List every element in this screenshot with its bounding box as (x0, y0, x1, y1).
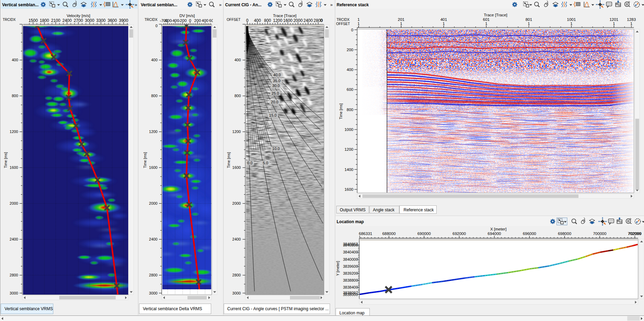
svg-text:Output VRMS: Output VRMS (340, 208, 366, 212)
svg-text:2800: 2800 (232, 273, 241, 277)
svg-text:1: 1 (485, 22, 487, 26)
svg-text:20.0: 20.0 (271, 100, 278, 104)
svg-text:2000: 2000 (149, 201, 158, 205)
svg-text:1200: 1200 (273, 18, 282, 23)
svg-text:2800: 2800 (10, 273, 18, 277)
svg-text:X [meter]: X [meter] (490, 227, 507, 231)
svg-text:1: 1 (570, 22, 572, 26)
svg-text:1200: 1200 (149, 130, 158, 134)
svg-text:2400: 2400 (304, 18, 313, 23)
svg-text:Time [ms]: Time [ms] (143, 152, 147, 168)
svg-text:690000: 690000 (417, 232, 431, 236)
svg-text:1200: 1200 (10, 130, 18, 134)
svg-text:1600: 1600 (344, 187, 353, 191)
svg-text:OFFSET: OFFSET (336, 22, 350, 26)
svg-text:3838800: 3838800 (343, 278, 358, 282)
svg-text:1: 1 (528, 22, 530, 26)
svg-text:TRCIDX: TRCIDX (145, 18, 158, 22)
svg-text:3000: 3000 (232, 291, 241, 295)
svg-text:400: 400 (235, 58, 241, 62)
svg-text:200: 200 (347, 48, 353, 52)
svg-text:Time [ms]: Time [ms] (3, 152, 8, 168)
svg-text:800: 800 (264, 18, 271, 23)
svg-text:-400: -400 (171, 18, 179, 23)
svg-text:»: » (219, 2, 221, 7)
svg-text:400: 400 (254, 18, 261, 23)
svg-text:OFFSET: OFFSET (227, 18, 240, 22)
svg-text:400: 400 (202, 18, 208, 23)
svg-text:1600: 1600 (232, 165, 241, 170)
svg-text:0: 0 (320, 18, 323, 23)
svg-text:»: » (135, 2, 137, 7)
svg-text:35.0: 35.0 (273, 79, 280, 83)
svg-text:25.0: 25.0 (271, 91, 279, 95)
svg-text:692000: 692000 (453, 232, 466, 236)
svg-text:Location map: Location map (337, 219, 364, 224)
svg-text:1: 1 (613, 22, 615, 26)
svg-text:1400: 1400 (344, 167, 353, 172)
svg-text:2700: 2700 (74, 18, 83, 23)
svg-text:686331: 686331 (359, 232, 372, 236)
svg-text:1600: 1600 (10, 165, 18, 170)
svg-text:1200: 1200 (344, 147, 353, 151)
svg-text:Reference stack: Reference stack (337, 2, 369, 7)
svg-text:3600: 3600 (108, 18, 117, 23)
svg-text:3840000: 3840000 (343, 257, 358, 261)
svg-text:0: 0 (246, 18, 248, 23)
svg-text:800: 800 (347, 108, 353, 112)
svg-text:10.0: 10.0 (272, 147, 279, 151)
svg-text:800: 800 (235, 94, 241, 98)
svg-text:Location map: Location map (339, 311, 365, 315)
svg-text:800: 800 (12, 94, 18, 98)
svg-text:-200: -200 (179, 18, 187, 23)
svg-text:»: » (330, 2, 332, 7)
svg-text:1: 1 (358, 22, 360, 26)
svg-text:15.0: 15.0 (269, 113, 276, 117)
svg-text:1600: 1600 (283, 18, 293, 23)
svg-text:1201: 1201 (610, 17, 619, 22)
svg-text:TRCIDX: TRCIDX (337, 18, 350, 22)
svg-text:1600: 1600 (149, 165, 158, 170)
svg-text:3300: 3300 (96, 18, 106, 23)
svg-text:40.0: 40.0 (273, 73, 281, 77)
svg-text:1: 1 (630, 22, 632, 26)
svg-text:201: 201 (398, 17, 405, 22)
svg-text:1: 1 (358, 17, 360, 22)
svg-text:Vertical semblance VRMS: Vertical semblance VRMS (5, 306, 53, 311)
svg-text:2000: 2000 (232, 201, 241, 205)
svg-text:Vertical semblan...: Vertical semblan... (2, 2, 39, 7)
svg-text:2400: 2400 (62, 18, 72, 23)
svg-text:3840862: 3840862 (343, 242, 358, 246)
svg-text:2800: 2800 (149, 273, 158, 277)
svg-text:Vertical semblan...: Vertical semblan... (141, 2, 177, 7)
svg-text:Trace [Trace]: Trace [Trace] (273, 14, 297, 18)
svg-text:5.0: 5.0 (263, 161, 268, 165)
svg-text:Current CIG - An...: Current CIG - An... (225, 2, 261, 7)
svg-text:DV [m/s]: DV [m/s] (179, 14, 195, 18)
svg-text:601: 601 (483, 17, 490, 22)
svg-text:0: 0 (189, 18, 191, 23)
svg-text:3900: 3900 (119, 18, 128, 23)
svg-text:1: 1 (443, 22, 445, 26)
svg-text:3839600: 3839600 (343, 264, 358, 268)
svg-text:3840400: 3840400 (343, 250, 358, 254)
svg-text:688000: 688000 (382, 232, 396, 236)
svg-text:696000: 696000 (523, 232, 536, 236)
svg-text:TRCIDX: TRCIDX (3, 18, 16, 22)
svg-text:2000: 2000 (10, 201, 18, 205)
svg-text:Trace [Trace]: Trace [Trace] (484, 13, 507, 17)
svg-text:0.0: 0.0 (247, 161, 252, 165)
svg-text:2400: 2400 (149, 237, 158, 241)
svg-text:3000: 3000 (85, 18, 94, 23)
svg-text:800: 800 (151, 94, 158, 98)
svg-text:-600: -600 (164, 18, 172, 23)
svg-text:401: 401 (440, 17, 447, 22)
svg-text:3839200: 3839200 (343, 271, 358, 275)
svg-text:2000: 2000 (293, 18, 303, 23)
svg-text:1001: 1001 (567, 17, 576, 22)
svg-text:3838400: 3838400 (343, 285, 358, 289)
svg-text:1: 1 (400, 22, 402, 26)
svg-text:Y [meter]: Y [meter] (336, 261, 340, 276)
svg-text:2400: 2400 (10, 237, 18, 241)
svg-text:Current CIG - Angle curves [ P: Current CIG - Angle curves [ PSTM imagin… (227, 306, 329, 311)
